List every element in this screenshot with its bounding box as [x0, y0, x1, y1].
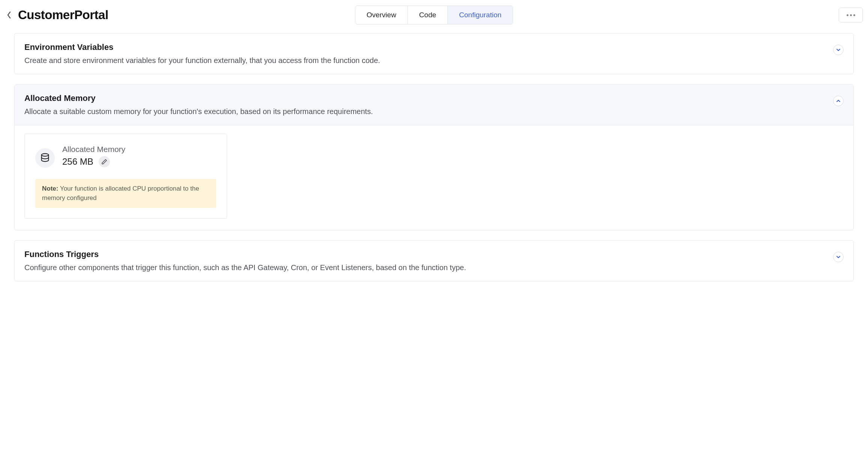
panel-header-triggers[interactable]: Functions Triggers Configure other compo…: [15, 241, 853, 281]
panel-description: Create and store environment variables f…: [24, 55, 380, 66]
page-title: CustomerPortal: [18, 8, 108, 22]
expand-toggle[interactable]: [833, 252, 844, 262]
more-menu-button[interactable]: [839, 8, 863, 23]
collapse-toggle[interactable]: [833, 96, 844, 106]
expand-toggle[interactable]: [833, 45, 844, 55]
chevron-down-icon: [836, 47, 841, 53]
back-button[interactable]: [4, 10, 14, 20]
panel-body-memory: Allocated Memory 256 MB Note: Your funct…: [15, 125, 853, 230]
panel-environment-variables: Environment Variables Create and store e…: [14, 33, 854, 74]
tab-group: Overview Code Configuration: [355, 6, 513, 24]
note-text: Your function is allocated CPU proportio…: [42, 185, 199, 201]
database-icon: [35, 148, 55, 168]
pencil-icon: [101, 159, 107, 165]
panel-functions-triggers: Functions Triggers Configure other compo…: [14, 240, 854, 281]
dots-icon: [847, 14, 848, 16]
panel-title: Functions Triggers: [24, 250, 466, 259]
panel-title: Allocated Memory: [24, 93, 373, 103]
tab-code[interactable]: Code: [408, 6, 448, 24]
tab-overview[interactable]: Overview: [355, 6, 408, 24]
memory-label: Allocated Memory: [62, 145, 125, 154]
svg-point-0: [42, 153, 49, 156]
panel-header-env[interactable]: Environment Variables Create and store e…: [15, 33, 853, 74]
memory-note: Note: Your function is allocated CPU pro…: [35, 179, 216, 208]
chevron-left-icon: [6, 11, 12, 19]
memory-value: 256 MB: [62, 156, 93, 167]
edit-memory-button[interactable]: [99, 156, 110, 167]
panel-description: Configure other components that trigger …: [24, 262, 466, 273]
chevron-down-icon: [836, 254, 841, 260]
note-label: Note:: [42, 185, 58, 192]
page-header: CustomerPortal Overview Code Configurati…: [0, 8, 868, 33]
memory-card: Allocated Memory 256 MB Note: Your funct…: [24, 134, 227, 219]
chevron-up-icon: [836, 98, 841, 104]
panel-header-memory[interactable]: Allocated Memory Allocate a suitable cus…: [15, 84, 853, 125]
panel-description: Allocate a suitable custom memory for yo…: [24, 106, 373, 117]
tab-configuration[interactable]: Configuration: [448, 6, 513, 24]
panel-title: Environment Variables: [24, 42, 380, 52]
panel-allocated-memory: Allocated Memory Allocate a suitable cus…: [14, 84, 854, 230]
